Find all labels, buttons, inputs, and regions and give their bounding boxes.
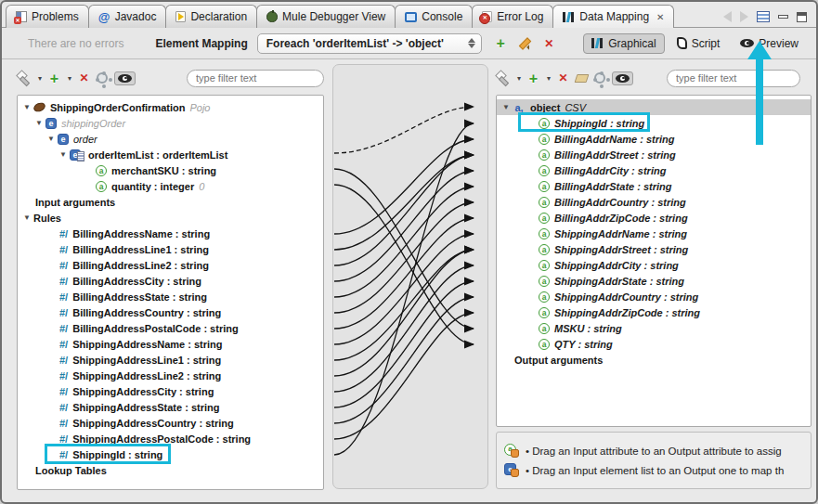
tree-row[interactable]: Input arguments bbox=[18, 194, 323, 210]
tree-row[interactable]: BillingAddrStreet : string bbox=[497, 147, 811, 162]
attribute-mapping-connection[interactable] bbox=[334, 313, 474, 439]
chevron-down-icon[interactable]: ▾ bbox=[38, 74, 42, 83]
expander-icon[interactable]: ▼ bbox=[35, 119, 45, 127]
tab-mule-debugger-view[interactable]: Mule Debugger View bbox=[256, 5, 396, 28]
tree-row[interactable]: #/BillingAddressLine1 : string bbox=[18, 241, 323, 257]
mapping-toolbar: There are no errors Element Mapping Fore… bbox=[2, 28, 816, 59]
attribute-mapping-connection[interactable] bbox=[334, 155, 474, 250]
tree-row[interactable]: #/ShippingId : string bbox=[18, 446, 323, 462]
gear-icon[interactable] bbox=[97, 72, 108, 84]
chevron-down-icon[interactable]: ▾ bbox=[547, 74, 551, 83]
chevron-down-icon[interactable]: ▾ bbox=[517, 74, 521, 83]
forward-icon[interactable] bbox=[740, 11, 748, 22]
expander-icon[interactable]: ▼ bbox=[59, 150, 70, 159]
attribute-mapping-connection[interactable] bbox=[334, 281, 474, 407]
attribute-mapping-connection[interactable] bbox=[334, 139, 474, 234]
chevron-down-icon[interactable]: ▾ bbox=[68, 74, 71, 83]
tab-data-mapping[interactable]: Data Mapping✕ bbox=[552, 5, 674, 28]
add-icon[interactable] bbox=[48, 72, 60, 84]
expander-icon[interactable]: ▼ bbox=[23, 213, 33, 222]
delete-icon[interactable] bbox=[543, 37, 555, 49]
minimize-icon[interactable] bbox=[778, 15, 788, 19]
tab-error-log[interactable]: Error Log bbox=[472, 5, 553, 28]
eye-icon[interactable] bbox=[616, 74, 630, 83]
tree-row[interactable]: #/BillingAddressCity : string bbox=[18, 273, 323, 289]
tree-row[interactable]: #/ShippingAddressPostalCode : string bbox=[18, 431, 323, 446]
expander-icon[interactable]: ▼ bbox=[23, 103, 33, 111]
input-filter-input[interactable] bbox=[187, 70, 324, 87]
attribute-mapping-connection[interactable] bbox=[334, 265, 474, 392]
tree-row[interactable]: #/ShippingAddressLine1 : string bbox=[18, 352, 323, 368]
tree-item-label: Rules bbox=[33, 213, 61, 224]
tree-row[interactable]: #/BillingAddressState : string bbox=[18, 289, 323, 304]
tree-row[interactable]: ▼Rules bbox=[18, 210, 323, 226]
attribute-mapping-connection[interactable] bbox=[334, 297, 474, 423]
tree-row[interactable]: #/ShippingAddressName : string bbox=[18, 336, 323, 352]
tab-console[interactable]: Console bbox=[395, 5, 473, 28]
attribute-mapping-connection[interactable] bbox=[334, 234, 474, 344]
tree-row[interactable]: ▼orderItemList : orderItemList bbox=[18, 147, 323, 162]
graphical-button[interactable]: Graphical bbox=[583, 33, 664, 54]
tree-row[interactable]: merchantSKU : string bbox=[18, 162, 323, 178]
tree-row[interactable]: ▼shippingOrder bbox=[18, 115, 323, 131]
tree-row[interactable]: ShippingAddrZipCode : string bbox=[497, 304, 811, 320]
tree-row[interactable]: ▼order bbox=[18, 131, 323, 147]
gear-icon[interactable] bbox=[594, 72, 605, 84]
tree-row[interactable]: ShippingAddrCity : string bbox=[497, 257, 811, 273]
wand-icon[interactable] bbox=[496, 71, 510, 85]
attribute-icon bbox=[539, 181, 550, 192]
back-icon[interactable] bbox=[723, 11, 732, 22]
tree-row[interactable]: #/BillingAddressCountry : string bbox=[18, 304, 323, 320]
tree-row[interactable]: #/ShippingAddressState : string bbox=[18, 399, 323, 415]
eye-icon-toggle[interactable] bbox=[114, 71, 136, 85]
tree-row[interactable]: #/BillingAddressPostalCode : string bbox=[18, 320, 323, 336]
view-menu-icon[interactable] bbox=[757, 11, 770, 22]
tree-row[interactable]: BillingAddrCountry : string bbox=[497, 194, 811, 210]
tree-row[interactable]: ShippingAddrState : string bbox=[497, 273, 811, 289]
eye-icon-toggle[interactable] bbox=[612, 71, 633, 85]
tree-row[interactable]: MSKU : string bbox=[497, 320, 811, 336]
tree-row[interactable]: BillingAddrName : string bbox=[497, 131, 811, 147]
expander-icon[interactable]: ▼ bbox=[502, 103, 513, 111]
expander-icon[interactable]: ▼ bbox=[47, 135, 58, 143]
add-icon[interactable] bbox=[495, 37, 507, 49]
delete-icon[interactable] bbox=[78, 72, 90, 84]
tree-row[interactable]: QTY : string bbox=[497, 336, 811, 352]
add-icon[interactable] bbox=[527, 72, 539, 84]
output-filter-input[interactable] bbox=[667, 70, 800, 87]
tree-row[interactable]: ▼ShippingOrderConfirmationPojo bbox=[18, 99, 323, 115]
tree-row[interactable]: #/ShippingAddressCountry : string bbox=[18, 415, 323, 431]
tree-row[interactable]: BillingAddrZipCode : string bbox=[497, 210, 811, 226]
tab-javadoc[interactable]: Javadoc bbox=[88, 5, 167, 28]
maximize-icon[interactable] bbox=[797, 12, 807, 22]
tree-row[interactable]: ShippingAddrName : string bbox=[497, 226, 811, 241]
tab-declaration[interactable]: Declaration bbox=[165, 5, 257, 28]
tree-row[interactable]: #/BillingAddressLine2 : string bbox=[18, 257, 323, 273]
attribute-mapping-connection[interactable] bbox=[334, 218, 474, 329]
array-icon bbox=[513, 102, 526, 113]
attribute-mapping-connection[interactable] bbox=[334, 123, 474, 455]
tree-row[interactable]: #/ShippingAddressLine2 : string bbox=[18, 368, 323, 383]
tree-row[interactable]: Output arguments bbox=[497, 352, 811, 368]
edit-icon[interactable] bbox=[518, 36, 532, 50]
tree-row[interactable]: ▼objectCSV bbox=[497, 99, 811, 115]
preview-button[interactable]: Preview bbox=[732, 33, 807, 54]
tree-row[interactable]: BillingAddrState : string bbox=[497, 178, 811, 194]
tree-row[interactable]: BillingAddrCity : string bbox=[497, 162, 811, 178]
wand-icon[interactable] bbox=[17, 71, 31, 85]
eye-icon[interactable] bbox=[118, 74, 132, 83]
tree-row[interactable]: ShippingAddrCountry : string bbox=[497, 289, 811, 304]
tree-row[interactable]: Lookup Tables bbox=[18, 462, 323, 478]
tree-row[interactable]: ShippingId : string bbox=[497, 115, 811, 131]
eraser-icon[interactable] bbox=[575, 74, 590, 83]
tree-row[interactable]: #/ShippingAddressCity : string bbox=[18, 383, 323, 399]
tab-problems[interactable]: Problems bbox=[6, 5, 89, 28]
attribute-mapping-connection[interactable] bbox=[334, 250, 474, 376]
script-button[interactable]: Script bbox=[669, 33, 729, 54]
element-mapping-select[interactable]: Foreach 'orderItemList' -> 'object' bbox=[257, 33, 482, 54]
delete-icon[interactable] bbox=[557, 72, 569, 84]
tree-row[interactable]: ShippingAddrStreet : string bbox=[497, 241, 811, 257]
tree-row[interactable]: #/BillingAddressName : string bbox=[18, 226, 323, 241]
tab-close-icon[interactable]: ✕ bbox=[656, 12, 664, 22]
tree-row[interactable]: quantity : integer0 bbox=[18, 178, 323, 194]
